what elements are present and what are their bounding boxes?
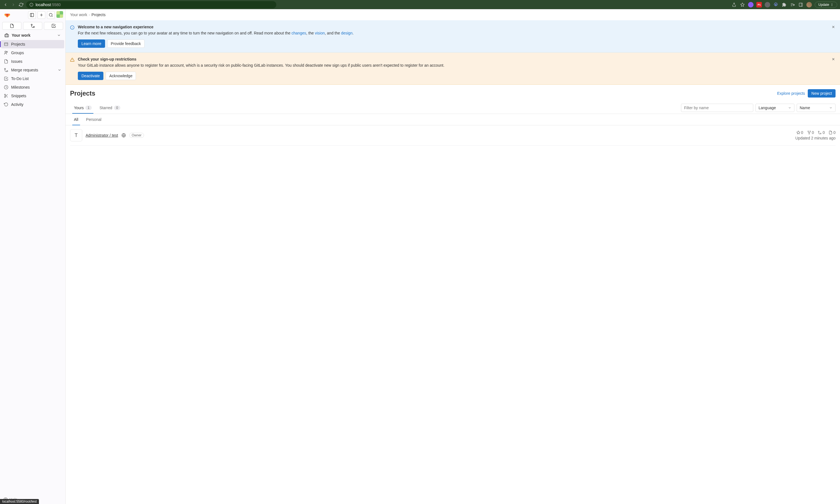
gitlab-logo[interactable] bbox=[4, 12, 11, 18]
sidebar-item-snippets[interactable]: Snippets bbox=[1, 92, 64, 100]
reload-button[interactable] bbox=[18, 2, 24, 7]
new-project-button[interactable]: New project bbox=[808, 89, 836, 97]
collapse-sidebar-button[interactable] bbox=[28, 11, 36, 19]
sidebar-item-label: Issues bbox=[11, 59, 22, 64]
svg-point-26 bbox=[6, 51, 7, 53]
extension-p1-icon[interactable]: P1 bbox=[756, 2, 762, 7]
svg-rect-22 bbox=[5, 34, 8, 37]
close-info-banner-button[interactable] bbox=[830, 24, 837, 30]
sidebar-heading-your-work[interactable]: Your work bbox=[1, 31, 64, 40]
sidebar-item-issues[interactable]: Issues bbox=[1, 57, 64, 66]
svg-point-4 bbox=[775, 4, 776, 5]
warning-banner-text: Your GitLab instance allows anyone to re… bbox=[78, 62, 836, 68]
todos-shortcut-button[interactable] bbox=[44, 22, 63, 30]
url-bar[interactable]: localhost:5580 bbox=[26, 1, 276, 8]
page-title: Projects bbox=[70, 90, 95, 97]
info-banner-text: For the next few releases, you can go to… bbox=[78, 30, 836, 36]
search-button[interactable] bbox=[47, 11, 55, 19]
sidebar-item-label: Snippets bbox=[11, 94, 26, 98]
extension-3-icon[interactable] bbox=[765, 2, 770, 7]
deactivate-button[interactable]: Deactivate bbox=[78, 72, 103, 80]
tab-starred[interactable]: Starred 0 bbox=[96, 102, 124, 113]
svg-point-49 bbox=[808, 131, 808, 131]
svg-point-50 bbox=[810, 131, 810, 131]
svg-point-25 bbox=[5, 51, 6, 53]
role-badge: Owner bbox=[129, 133, 144, 138]
scissors-icon bbox=[4, 94, 8, 98]
create-new-button[interactable] bbox=[37, 11, 45, 19]
back-button[interactable] bbox=[3, 2, 8, 7]
breadcrumb-root[interactable]: Your work bbox=[70, 13, 87, 17]
explore-projects-link[interactable]: Explore projects bbox=[777, 91, 805, 95]
stars-stat[interactable]: 0 bbox=[797, 130, 803, 135]
main-content: Your work › Projects Welcome to a new na… bbox=[66, 9, 840, 504]
sidebar-item-merge-requests[interactable]: Merge requests bbox=[1, 66, 64, 74]
chevron-down-icon bbox=[788, 106, 791, 109]
svg-point-31 bbox=[4, 96, 5, 97]
merge-requests-shortcut-button[interactable] bbox=[23, 22, 42, 30]
provide-feedback-button[interactable]: Provide feedback bbox=[107, 39, 145, 48]
url-host: localhost bbox=[36, 2, 51, 7]
project-name-link[interactable]: Administrator / test bbox=[86, 133, 118, 138]
learn-more-button[interactable]: Learn more bbox=[78, 39, 105, 48]
globe-icon bbox=[122, 133, 126, 138]
sidebar-item-activity[interactable]: Activity bbox=[1, 100, 64, 109]
groups-icon bbox=[4, 51, 8, 55]
bookmark-icon[interactable] bbox=[740, 2, 745, 7]
changes-link[interactable]: changes bbox=[291, 31, 306, 35]
extensions-icon[interactable] bbox=[781, 2, 787, 7]
breadcrumb-separator: › bbox=[89, 13, 90, 16]
issues-icon bbox=[4, 59, 8, 64]
language-select[interactable]: Language bbox=[755, 104, 794, 112]
mrs-stat[interactable]: 0 bbox=[818, 130, 825, 135]
filter-input[interactable] bbox=[681, 104, 753, 112]
warning-icon bbox=[70, 57, 74, 62]
star-icon bbox=[797, 130, 800, 134]
share-icon[interactable] bbox=[731, 2, 737, 7]
sidebar-item-projects[interactable]: Projects bbox=[1, 40, 64, 48]
breadcrumb-current: Projects bbox=[91, 13, 106, 17]
svg-point-11 bbox=[832, 3, 832, 4]
sidebar-item-milestones[interactable]: Milestones bbox=[1, 83, 64, 91]
svg-rect-9 bbox=[799, 3, 803, 6]
project-avatar[interactable]: T bbox=[70, 129, 82, 141]
extension-gear-icon[interactable] bbox=[773, 2, 779, 7]
close-warning-banner-button[interactable] bbox=[830, 56, 837, 62]
project-updated: Updated 2 minutes ago bbox=[795, 136, 836, 140]
sidebar-heading-label: Your work bbox=[12, 33, 30, 37]
profile-avatar[interactable] bbox=[806, 2, 812, 7]
extension-1-icon[interactable] bbox=[748, 2, 753, 7]
sidebar-item-groups[interactable]: Groups bbox=[1, 49, 64, 57]
todo-icon bbox=[4, 76, 8, 81]
svg-point-52 bbox=[818, 131, 819, 132]
subtab-personal[interactable]: Personal bbox=[82, 114, 105, 125]
svg-line-34 bbox=[5, 95, 6, 96]
svg-point-18 bbox=[49, 13, 52, 16]
tab-yours[interactable]: Yours 1 bbox=[70, 102, 96, 113]
issues-stat[interactable]: 0 bbox=[828, 130, 836, 135]
forks-stat[interactable]: 0 bbox=[807, 130, 814, 135]
info-icon bbox=[70, 25, 74, 30]
issues-icon bbox=[828, 130, 833, 134]
sidebar-item-label: Activity bbox=[11, 102, 23, 107]
svg-line-19 bbox=[52, 16, 53, 17]
svg-point-51 bbox=[809, 133, 809, 134]
forward-button[interactable] bbox=[11, 2, 16, 7]
sidebar-item-todo[interactable]: To-Do List bbox=[1, 74, 64, 83]
playlist-icon[interactable] bbox=[790, 2, 795, 7]
vision-link[interactable]: vision bbox=[315, 31, 325, 35]
fork-icon bbox=[807, 130, 811, 134]
user-avatar[interactable] bbox=[56, 11, 63, 18]
subtab-all[interactable]: All bbox=[70, 114, 82, 125]
sort-select[interactable]: Name bbox=[797, 104, 836, 112]
issues-shortcut-button[interactable] bbox=[2, 22, 21, 30]
svg-point-20 bbox=[31, 24, 32, 25]
acknowledge-button[interactable]: Acknowledge bbox=[106, 72, 136, 80]
update-button[interactable]: Update bbox=[815, 2, 837, 8]
svg-rect-14 bbox=[30, 13, 34, 17]
design-link[interactable]: design bbox=[341, 31, 353, 35]
project-subtabs: All Personal bbox=[66, 114, 840, 125]
panel-icon[interactable] bbox=[798, 2, 804, 7]
info-banner-title: Welcome to a new navigation experience bbox=[78, 25, 836, 29]
svg-point-13 bbox=[832, 5, 832, 6]
